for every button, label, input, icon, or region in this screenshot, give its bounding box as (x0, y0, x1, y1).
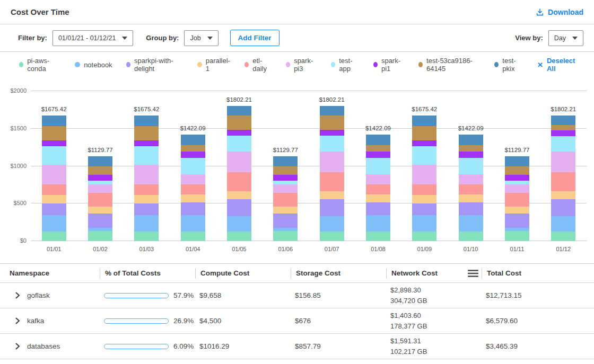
bar-segment-test-pkix[interactable] (551, 116, 575, 125)
bar-segment-test-pkix[interactable] (320, 106, 344, 116)
bar-segment-spark-pi3[interactable] (88, 184, 112, 193)
bar-segment-test-53ca9186-64145[interactable] (134, 126, 159, 141)
bar-segment-notebook[interactable] (134, 215, 159, 231)
stacked-bar-01/08[interactable]: $1422.09 (366, 135, 390, 241)
bar-segment-etl-daily[interactable] (227, 172, 251, 192)
bar-segment-test-53ca9186-64145[interactable] (320, 116, 344, 130)
stacked-bar-01/09[interactable]: $1675.42 (412, 116, 436, 241)
bar-segment-pi-aws-conda[interactable] (181, 232, 205, 241)
bar-segment-etl-daily[interactable] (134, 184, 159, 195)
bar-segment-sparkpi-with-delight[interactable] (320, 199, 344, 216)
bar-segment-spark-pi3[interactable] (366, 174, 390, 184)
stacked-bar-01/05[interactable]: $1802.21 (227, 106, 251, 241)
bar-segment-pi-aws-conda[interactable] (88, 231, 112, 241)
bar-segment-test-app[interactable] (42, 146, 66, 165)
bar-segment-etl-daily[interactable] (459, 184, 483, 194)
bar-segment-test-53ca9186-64145[interactable] (42, 126, 66, 141)
bar-segment-sparkpi-with-delight[interactable] (366, 202, 390, 215)
bar-segment-spark-pi1[interactable] (551, 130, 575, 136)
bar-segment-test-pkix[interactable] (273, 156, 298, 166)
bar-segment-spark-pi3[interactable] (551, 152, 575, 172)
chevron-right-icon[interactable] (15, 292, 20, 299)
bar-segment-test-app[interactable] (320, 136, 344, 152)
legend-item-test-app[interactable]: test-app (331, 57, 360, 73)
date-range-select[interactable]: 01/01/21 - 01/12/21 (53, 30, 133, 46)
bar-segment-test-app[interactable] (505, 181, 529, 184)
chevron-right-icon[interactable] (15, 343, 20, 350)
legend-item-test-pkix[interactable]: test-pkix (494, 57, 523, 73)
bar-segment-notebook[interactable] (551, 216, 575, 232)
bar-segment-spark-pi1[interactable] (412, 140, 436, 146)
bar-segment-spark-pi1[interactable] (505, 175, 529, 181)
bar-segment-test-pkix[interactable] (505, 156, 529, 166)
bar-segment-parallel-1[interactable] (134, 195, 159, 203)
bar-segment-spark-pi3[interactable] (505, 184, 529, 193)
bar-segment-parallel-1[interactable] (551, 191, 575, 199)
bar-segment-spark-pi3[interactable] (227, 152, 251, 172)
bar-segment-pi-aws-conda[interactable] (412, 232, 436, 241)
bar-segment-sparkpi-with-delight[interactable] (88, 214, 112, 228)
bar-segment-etl-daily[interactable] (88, 193, 112, 207)
stacked-bar-01/07[interactable]: $1802.21 (320, 106, 344, 241)
bar-segment-test-app[interactable] (459, 158, 483, 174)
group-by-select[interactable]: Job (184, 30, 218, 46)
legend-item-parallel-1[interactable]: parallel-1 (197, 57, 231, 73)
bar-segment-test-app[interactable] (134, 146, 159, 165)
bar-segment-etl-daily[interactable] (320, 172, 344, 192)
view-by-select[interactable]: Day (548, 30, 583, 46)
bar-segment-pi-aws-conda[interactable] (505, 231, 529, 241)
bar-segment-test-53ca9186-64145[interactable] (227, 116, 251, 130)
legend-item-etl-daily[interactable]: etl-daily (244, 57, 272, 73)
bar-segment-test-app[interactable] (366, 158, 390, 174)
bar-segment-etl-daily[interactable] (273, 193, 298, 207)
bar-segment-spark-pi1[interactable] (320, 130, 344, 136)
bar-segment-spark-pi3[interactable] (181, 174, 205, 184)
bar-segment-test-53ca9186-64145[interactable] (551, 125, 575, 130)
bar-segment-spark-pi1[interactable] (42, 140, 66, 146)
chevron-right-icon[interactable] (15, 317, 20, 324)
bar-segment-sparkpi-with-delight[interactable] (227, 199, 251, 216)
legend-item-test-53ca9186-64145[interactable]: test-53ca9186-64145 (418, 57, 481, 73)
bar-segment-etl-daily[interactable] (366, 184, 390, 194)
bar-segment-spark-pi1[interactable] (134, 140, 159, 146)
bar-segment-spark-pi3[interactable] (273, 184, 298, 193)
bar-segment-test-pkix[interactable] (366, 135, 390, 145)
bar-segment-notebook[interactable] (412, 215, 436, 231)
bar-segment-spark-pi1[interactable] (459, 152, 483, 158)
bar-segment-etl-daily[interactable] (42, 184, 66, 195)
bar-segment-test-53ca9186-64145[interactable] (459, 145, 483, 152)
table-row-kafka[interactable]: kafka26.9%$4,500$676$1,403.60178,377 GB$… (0, 308, 594, 334)
bar-segment-spark-pi1[interactable] (273, 175, 298, 181)
bar-segment-test-pkix[interactable] (412, 116, 436, 126)
bar-segment-parallel-1[interactable] (459, 194, 483, 203)
bar-segment-pi-aws-conda[interactable] (551, 232, 575, 241)
bar-segment-sparkpi-with-delight[interactable] (42, 203, 66, 215)
bar-segment-parallel-1[interactable] (505, 207, 529, 214)
bar-segment-pi-aws-conda[interactable] (320, 232, 344, 241)
stacked-bar-01/03[interactable]: $1675.42 (134, 116, 159, 241)
bar-segment-test-app[interactable] (227, 136, 251, 152)
bar-segment-parallel-1[interactable] (320, 191, 344, 199)
bar-segment-test-pkix[interactable] (42, 116, 66, 126)
bar-segment-sparkpi-with-delight[interactable] (412, 203, 436, 215)
bar-segment-test-53ca9186-64145[interactable] (273, 166, 298, 175)
bar-segment-test-app[interactable] (88, 181, 112, 184)
bar-segment-pi-aws-conda[interactable] (273, 231, 298, 241)
bar-segment-parallel-1[interactable] (181, 194, 205, 203)
bar-segment-etl-daily[interactable] (505, 193, 529, 207)
bar-segment-parallel-1[interactable] (227, 191, 251, 199)
bar-segment-spark-pi1[interactable] (181, 152, 205, 158)
bar-segment-sparkpi-with-delight[interactable] (181, 202, 205, 215)
bar-segment-test-pkix[interactable] (134, 116, 159, 126)
legend-item-notebook[interactable]: notebook (75, 61, 112, 69)
bar-segment-notebook[interactable] (459, 215, 483, 231)
bar-segment-spark-pi3[interactable] (459, 174, 483, 184)
bar-segment-notebook[interactable] (181, 215, 205, 231)
stacked-bar-01/01[interactable]: $1675.42 (42, 116, 66, 241)
bar-segment-spark-pi3[interactable] (320, 152, 344, 172)
table-row-databases[interactable]: databases6.09%$1016.29$857.79$1,591.3110… (0, 334, 594, 359)
bar-segment-sparkpi-with-delight[interactable] (134, 203, 159, 215)
bar-segment-test-pkix[interactable] (181, 135, 205, 145)
bar-segment-test-53ca9186-64145[interactable] (505, 166, 529, 175)
bar-segment-pi-aws-conda[interactable] (42, 232, 66, 241)
